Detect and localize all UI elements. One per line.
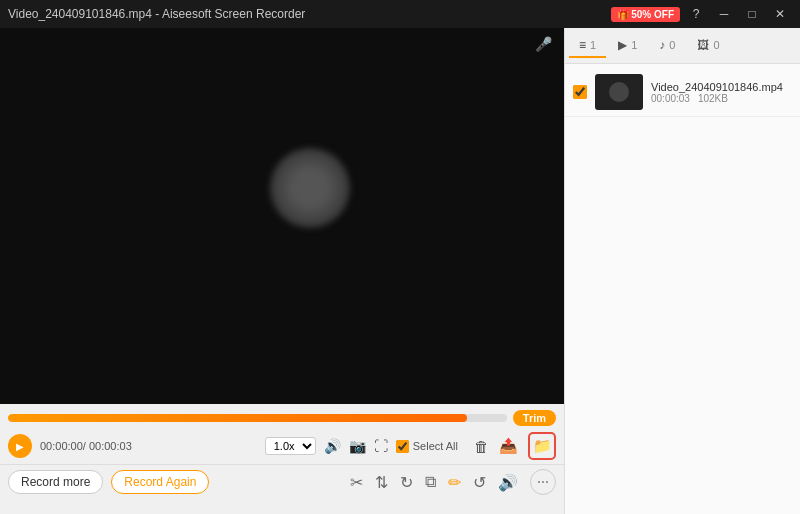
file-size: 102KB: [698, 93, 728, 104]
mic-indicator-icon: 🎤: [535, 36, 552, 52]
list-icon: ≡: [579, 38, 586, 52]
tool-icons-row: ✂ ⇅ ↻ ⧉ ✏ ↺ 🔊 ⋯: [350, 469, 556, 495]
tab-image-count: 0: [713, 39, 719, 51]
close-button[interactable]: ✕: [768, 4, 792, 24]
main-container: 🎤 Ross Hoffman 1:00 PM · your name too ^…: [0, 28, 800, 514]
action-row: Record more Record Again ✂ ⇅ ↻ ⧉ ✏ ↺ 🔊 ⋯: [0, 464, 564, 499]
title-bar: Video_240409101846.mp4 - Aiseesoft Scree…: [0, 0, 800, 28]
select-all-area: Select All: [396, 440, 458, 453]
title-bar-left: Video_240409101846.mp4 - Aiseesoft Scree…: [8, 7, 305, 21]
export-icon[interactable]: 📤: [499, 437, 518, 455]
adjust-icon[interactable]: ⇅: [375, 473, 388, 492]
progress-bar-container[interactable]: [8, 414, 507, 422]
volume-edit-icon[interactable]: 🔊: [498, 473, 518, 492]
tab-play-count: 1: [631, 39, 637, 51]
select-all-label: Select All: [413, 440, 458, 452]
maximize-button[interactable]: □: [740, 4, 764, 24]
help-button[interactable]: ?: [684, 4, 708, 24]
volume-icon[interactable]: 🔊: [324, 438, 341, 454]
file-thumbnail: [595, 74, 643, 110]
image-icon: 🖼: [697, 38, 709, 52]
tab-audio[interactable]: ♪ 0: [649, 34, 685, 58]
select-all-checkbox[interactable]: [396, 440, 409, 453]
record-more-button[interactable]: Record more: [8, 470, 103, 494]
promo-badge[interactable]: 🎁 50% OFF: [611, 7, 680, 22]
file-info: Video_240409101846.mp4 00:00:03 102KB: [651, 81, 792, 104]
video-panel: 🎤 Ross Hoffman 1:00 PM · your name too ^…: [0, 28, 564, 514]
file-duration: 00:00:03: [651, 93, 690, 104]
progress-bar-fill: [8, 414, 467, 422]
file-thumb-avatar: [609, 82, 629, 102]
file-meta: 00:00:03 102KB: [651, 93, 792, 104]
time-display: 00:00:00/ 00:00:03: [40, 440, 132, 452]
scissors-icon[interactable]: ✂: [350, 473, 363, 492]
more-tools-button[interactable]: ⋯: [530, 469, 556, 495]
tab-play[interactable]: ▶ 1: [608, 34, 647, 58]
rotate-icon[interactable]: ↺: [473, 473, 486, 492]
playback-row: ▶ 00:00:00/ 00:00:03 1.0x 0.5x 1.5x 2.0x…: [0, 428, 564, 464]
fullscreen-icon[interactable]: ⛶: [374, 438, 388, 454]
trim-button[interactable]: Trim: [513, 410, 556, 426]
title-bar-right: 🎁 50% OFF ? ─ □ ✕: [611, 4, 792, 24]
record-again-button[interactable]: Record Again: [111, 470, 209, 494]
play-button[interactable]: ▶: [8, 434, 32, 458]
file-checkbox[interactable]: [573, 85, 587, 99]
folder-icon[interactable]: 📁: [528, 432, 556, 460]
camera-alt-icon[interactable]: 📷: [349, 438, 366, 454]
video-avatar: [270, 148, 350, 228]
tab-bar: ≡ 1 ▶ 1 ♪ 0 🖼 0: [565, 28, 800, 64]
music-icon: ♪: [659, 38, 665, 52]
speed-selector[interactable]: 1.0x 0.5x 1.5x 2.0x: [265, 437, 316, 455]
progress-row: Trim: [0, 404, 564, 428]
playback-icons: 🔊 📷 ⛶: [324, 438, 388, 454]
edit-icon[interactable]: ✏: [448, 473, 461, 492]
tab-image[interactable]: 🖼 0: [687, 34, 729, 58]
copy-icon[interactable]: ⧉: [425, 473, 436, 491]
tab-video-count: 1: [590, 39, 596, 51]
tab-video[interactable]: ≡ 1: [569, 34, 606, 58]
delete-icon[interactable]: 🗑: [474, 438, 489, 455]
right-panel: ≡ 1 ▶ 1 ♪ 0 🖼 0: [564, 28, 800, 514]
refresh-icon[interactable]: ↻: [400, 473, 413, 492]
file-name: Video_240409101846.mp4: [651, 81, 792, 93]
play-icon: ▶: [618, 38, 627, 52]
file-item[interactable]: Video_240409101846.mp4 00:00:03 102KB: [565, 68, 800, 117]
file-list: Video_240409101846.mp4 00:00:03 102KB: [565, 64, 800, 514]
tab-audio-count: 0: [669, 39, 675, 51]
minimize-button[interactable]: ─: [712, 4, 736, 24]
bottom-panel: Trim ▶ 00:00:00/ 00:00:03 1.0x 0.5x 1.5x…: [0, 404, 564, 514]
playback-action-icons: 🗑 📤 📁: [474, 432, 556, 460]
app-title: Video_240409101846.mp4 - Aiseesoft Scree…: [8, 7, 305, 21]
